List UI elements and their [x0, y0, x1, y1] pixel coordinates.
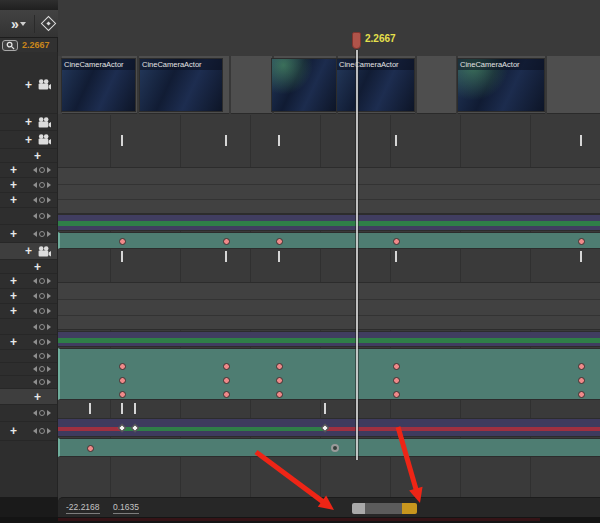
key-navigation[interactable]	[33, 379, 51, 385]
add-button[interactable]: +	[34, 392, 41, 402]
next-key-icon[interactable]	[47, 231, 51, 237]
keyframe-dot[interactable]	[223, 391, 230, 398]
previous-key-icon[interactable]	[33, 324, 37, 330]
slider-body[interactable]	[365, 503, 402, 514]
outliner-row[interactable]: +	[0, 225, 57, 243]
camera-cut-thumbnail[interactable]: CineCameraActor	[62, 59, 135, 111]
property-track-group[interactable]	[58, 167, 600, 214]
current-time-field[interactable]: 2.2667	[22, 40, 50, 50]
add-button[interactable]: +	[10, 337, 17, 347]
keyframe-tick[interactable]	[225, 135, 227, 146]
outliner-row[interactable]: +	[0, 260, 57, 274]
add-key-icon[interactable]	[39, 308, 45, 314]
transform-section[interactable]	[58, 331, 600, 347]
add-button[interactable]: +	[10, 426, 17, 436]
previous-key-icon[interactable]	[33, 182, 37, 188]
outliner-row[interactable]	[0, 208, 57, 225]
add-key-icon[interactable]	[39, 278, 45, 284]
camera-cut-thumbnail[interactable]: CineCameraActor	[458, 59, 544, 111]
previous-key-icon[interactable]	[33, 197, 37, 203]
keyframe-dot[interactable]	[578, 391, 585, 398]
add-key-icon[interactable]	[39, 339, 45, 345]
add-key-icon[interactable]	[39, 353, 45, 359]
keyframe-tick[interactable]	[121, 403, 123, 414]
add-key-icon[interactable]	[39, 428, 45, 434]
keyframe-dot[interactable]	[276, 363, 283, 370]
keyframe-dot[interactable]	[393, 391, 400, 398]
key-navigation[interactable]	[33, 278, 51, 284]
keyframe-dot[interactable]	[119, 238, 126, 245]
outliner-row[interactable]	[0, 319, 57, 335]
key-navigation[interactable]	[33, 366, 51, 372]
keyframe-dot[interactable]	[276, 391, 283, 398]
add-button[interactable]: +	[34, 262, 41, 272]
keyframe-dot[interactable]	[87, 445, 94, 452]
zoom-range-slider[interactable]	[352, 503, 417, 514]
keyframe-tick[interactable]	[278, 135, 280, 146]
camera-cut-thumbnail[interactable]: CineCameraActor	[140, 59, 222, 111]
outliner-row[interactable]: +	[0, 163, 57, 178]
key-navigation[interactable]	[33, 293, 51, 299]
keyframe-dot[interactable]	[223, 363, 230, 370]
range-start-field[interactable]: -22.2168	[66, 502, 100, 514]
next-key-icon[interactable]	[47, 278, 51, 284]
previous-key-icon[interactable]	[33, 366, 37, 372]
previous-key-icon[interactable]	[33, 339, 37, 345]
outliner-row[interactable]: +	[0, 389, 57, 405]
previous-key-icon[interactable]	[33, 231, 37, 237]
keyframe-tick[interactable]	[134, 403, 136, 414]
keyframe-tick[interactable]	[580, 135, 582, 146]
property-track-group[interactable]	[58, 282, 600, 330]
keyframe-ring-dot[interactable]	[331, 444, 339, 452]
keyframe-dot[interactable]	[223, 377, 230, 384]
previous-key-icon[interactable]	[33, 353, 37, 359]
keyframe-tick[interactable]	[395, 135, 397, 146]
add-button[interactable]: +	[10, 276, 17, 286]
add-key-icon[interactable]	[39, 410, 45, 416]
add-key-icon[interactable]	[39, 213, 45, 219]
keyframe-dot[interactable]	[119, 391, 126, 398]
next-key-icon[interactable]	[47, 197, 51, 203]
keyframe-dot[interactable]	[119, 363, 126, 370]
previous-key-icon[interactable]	[33, 410, 37, 416]
add-button[interactable]: +	[10, 180, 17, 190]
keyframe-dot[interactable]	[578, 238, 585, 245]
outliner-row[interactable]	[0, 376, 57, 389]
key-navigation[interactable]	[33, 167, 51, 173]
outliner-row[interactable]: +	[0, 178, 57, 193]
next-key-icon[interactable]	[47, 353, 51, 359]
keyframe-dot[interactable]	[119, 377, 126, 384]
key-navigation[interactable]	[33, 353, 51, 359]
keyframe-tick[interactable]	[324, 403, 326, 414]
key-navigation[interactable]	[33, 410, 51, 416]
add-button[interactable]: +	[10, 229, 17, 239]
key-navigation[interactable]	[33, 308, 51, 314]
camera-cuts-track[interactable]: CineCameraActorCineCameraActorCineCamera…	[58, 56, 600, 114]
add-key-icon[interactable]	[39, 167, 45, 173]
next-key-icon[interactable]	[47, 339, 51, 345]
outliner-row[interactable]	[0, 363, 57, 376]
add-key-icon[interactable]	[39, 324, 45, 330]
next-key-icon[interactable]	[47, 213, 51, 219]
add-button[interactable]: +	[10, 195, 17, 205]
transform-section[interactable]	[58, 214, 600, 231]
keyframe-dot[interactable]	[393, 238, 400, 245]
keyframe-dot[interactable]	[276, 377, 283, 384]
key-navigation[interactable]	[33, 182, 51, 188]
outliner-row[interactable]: +	[0, 289, 57, 304]
key-navigation[interactable]	[33, 197, 51, 203]
key-navigation[interactable]	[33, 324, 51, 330]
next-key-icon[interactable]	[47, 324, 51, 330]
add-key-icon[interactable]	[39, 293, 45, 299]
previous-key-icon[interactable]	[33, 278, 37, 284]
next-key-icon[interactable]	[47, 308, 51, 314]
camera-cut-thumbnail[interactable]: CineCameraActor	[337, 59, 414, 111]
track-section[interactable]	[58, 438, 600, 457]
next-key-icon[interactable]	[47, 379, 51, 385]
keyframe-dot[interactable]	[393, 377, 400, 384]
slider-right-handle[interactable]	[402, 503, 417, 514]
next-key-icon[interactable]	[47, 182, 51, 188]
outliner-row[interactable]: +	[0, 335, 57, 350]
keyframe-tick[interactable]	[225, 251, 227, 262]
outliner-row[interactable]: +	[0, 243, 57, 260]
